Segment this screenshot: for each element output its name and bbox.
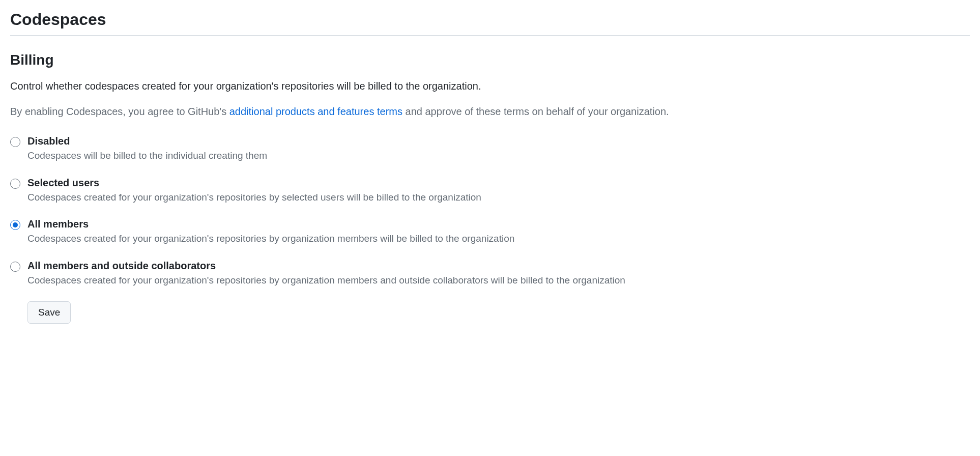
radio-label-all-members-collaborators: All members and outside collaborators [27,260,970,272]
radio-description-disabled: Codespaces will be billed to the individ… [27,150,267,161]
radio-label-all-members: All members [27,218,970,230]
save-button[interactable]: Save [27,301,71,324]
section-title-billing: Billing [10,52,970,68]
radio-input-selected-users[interactable] [10,179,20,189]
radio-description-all-members-collaborators: Codespaces created for your organization… [27,275,625,286]
radio-description-selected-users: Codespaces created for your organization… [27,192,481,203]
terms-suffix: and approve of these terms on behalf of … [402,106,669,117]
radio-option-selected-users[interactable]: Selected users Codespaces created for yo… [10,177,970,205]
radio-option-all-members[interactable]: All members Codespaces created for your … [10,218,970,246]
billing-description: Control whether codespaces created for y… [10,78,970,94]
radio-input-all-members-collaborators[interactable] [10,262,20,272]
radio-input-disabled[interactable] [10,137,20,147]
radio-option-disabled[interactable]: Disabled Codespaces will be billed to th… [10,135,970,163]
billing-terms-text: By enabling Codespaces, you agree to Git… [10,104,970,119]
radio-input-all-members[interactable] [10,220,20,230]
billing-radio-group: Disabled Codespaces will be billed to th… [10,135,970,287]
radio-label-disabled: Disabled [27,135,970,147]
page-title: Codespaces [10,10,970,36]
radio-option-all-members-collaborators[interactable]: All members and outside collaborators Co… [10,260,970,288]
radio-description-all-members: Codespaces created for your organization… [27,233,514,244]
radio-label-selected-users: Selected users [27,177,970,189]
terms-prefix: By enabling Codespaces, you agree to Git… [10,106,229,117]
terms-link[interactable]: additional products and features terms [229,106,402,117]
